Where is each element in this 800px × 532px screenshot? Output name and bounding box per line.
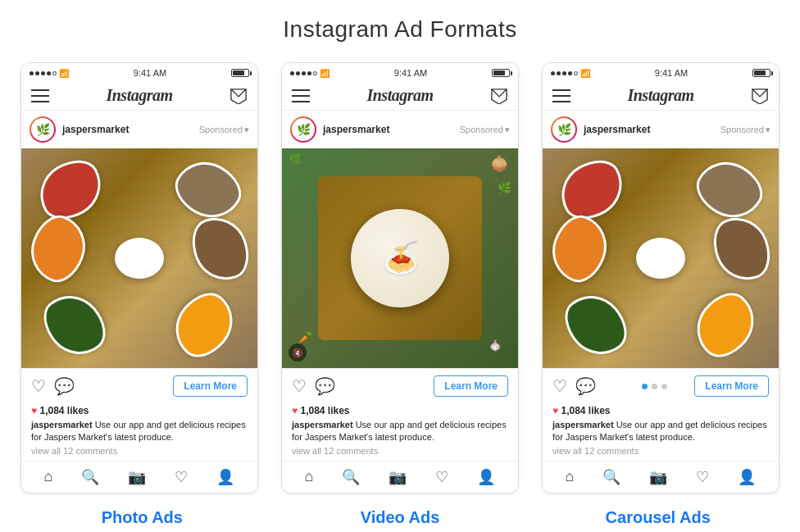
status-time-photo: 9:41 AM	[69, 68, 231, 78]
post-caption-carousel: jaspersmarket Use our app and get delici…	[552, 419, 769, 444]
sound-icon[interactable]: 🔇	[289, 343, 307, 361]
carrot-deco: 🥕	[298, 330, 312, 343]
phone-carousel-ads: 📶 9:41 AM Instagram	[542, 62, 780, 493]
status-left-video: 📶	[290, 69, 330, 78]
phone-photo-ads: 📶 9:41 AM Instagram	[20, 62, 258, 493]
camera-nav-video[interactable]: 📷	[389, 468, 407, 486]
comment-icon-carousel[interactable]: 💬	[575, 376, 596, 396]
home-nav-carousel[interactable]: ⌂	[566, 468, 575, 485]
menu-icon-video[interactable]	[292, 89, 310, 103]
search-nav-icon[interactable]: 🔍	[81, 468, 99, 486]
dot5c	[574, 71, 578, 75]
camera-nav-icon[interactable]: 📷	[128, 468, 146, 486]
dot2v	[296, 71, 300, 75]
like-icon-photo[interactable]: ♡	[31, 376, 46, 396]
carousel-dot-2[interactable]	[652, 384, 657, 389]
heart-icon-photo: ♥	[31, 405, 37, 416]
view-comments-carousel: view all 12 comments	[552, 446, 769, 456]
herb-top-left: 🌿	[289, 152, 302, 165]
bottom-nav-video: ⌂ 🔍 📷 ♡ 👤	[282, 461, 518, 493]
post-username-carousel: jaspersmarket	[584, 124, 714, 135]
sponsored-label-video: Sponsored ▾	[460, 125, 510, 135]
post-image-carousel	[543, 148, 779, 368]
inbox-icon-video[interactable]	[490, 88, 508, 104]
center-bowl-carousel	[636, 238, 685, 279]
battery-fill	[233, 70, 244, 75]
battery-icon-carousel	[752, 69, 770, 77]
post-info-carousel: ♥ 1,084 likes jaspersmarket Use our app …	[543, 403, 779, 461]
caption-username-carousel: jaspersmarket	[552, 420, 614, 430]
battery-fill-video	[493, 70, 505, 75]
sponsored-label-photo: Sponsored ▾	[199, 125, 249, 135]
phones-container: 📶 9:41 AM Instagram	[20, 62, 780, 493]
post-actions-photo: ♡ 💬 Learn More	[21, 368, 257, 403]
learn-more-button-carousel[interactable]: Learn More	[694, 375, 769, 397]
search-nav-carousel[interactable]: 🔍	[602, 468, 620, 486]
svg-rect-7	[552, 95, 570, 97]
dot5	[52, 71, 57, 75]
post-image-video: 🌿 🧅 🌿 🍝 🥕 🧄 🔇	[282, 148, 518, 368]
dot1	[30, 71, 34, 75]
wood-bg-carousel	[543, 148, 779, 368]
avatar-photo: 🌿	[30, 116, 56, 143]
menu-icon-carousel[interactable]	[552, 89, 570, 103]
post-actions-video: ♡ 💬 Learn More	[282, 368, 518, 403]
instagram-logo-photo: Instagram	[106, 86, 172, 105]
carousel-dot-3[interactable]	[661, 384, 667, 389]
instagram-logo-video: Instagram	[366, 86, 433, 105]
carousel-dot-1[interactable]	[642, 384, 648, 389]
heart-nav-icon[interactable]: ♡	[175, 468, 188, 486]
post-username-video: jaspersmarket	[323, 124, 453, 135]
pasta-plate: 🍝	[351, 209, 449, 307]
phone-video-ads: 📶 9:41 AM Instagram	[281, 62, 519, 493]
likes-row-carousel: ♥ 1,084 likes	[552, 405, 769, 416]
view-comments-video: view all 12 comments	[292, 446, 508, 456]
heart-nav-video[interactable]: ♡	[435, 468, 448, 486]
comment-icon-photo[interactable]: 💬	[54, 376, 75, 396]
status-right-carousel	[752, 69, 770, 77]
inbox-icon-carousel[interactable]	[751, 88, 769, 104]
dot3c	[562, 71, 566, 75]
post-image-photo	[21, 148, 257, 368]
heart-icon-video: ♥	[292, 405, 298, 416]
wifi-icon-carousel: 📶	[580, 69, 590, 78]
post-info-photo: ♥ 1,084 likes jaspersmarket Use our app …	[21, 403, 257, 461]
svg-rect-4	[292, 95, 310, 97]
post-actions-carousel: ♡ 💬 Learn More	[543, 368, 779, 403]
like-icon-carousel[interactable]: ♡	[552, 376, 567, 396]
svg-rect-6	[552, 89, 570, 91]
profile-nav-carousel[interactable]: 👤	[738, 468, 756, 486]
sponsored-label-carousel: Sponsored ▾	[720, 125, 770, 135]
signal-dots-carousel	[551, 71, 578, 75]
profile-nav-video[interactable]: 👤	[477, 468, 495, 486]
profile-nav-icon[interactable]: 👤	[216, 468, 234, 486]
post-header-carousel: 🌿 jaspersmarket Sponsored ▾	[543, 111, 779, 148]
battery-icon	[231, 69, 249, 77]
carousel-ads-label: Carousel Ads	[540, 508, 775, 527]
post-header-video: 🌿 jaspersmarket Sponsored ▾	[282, 111, 518, 148]
svg-rect-2	[31, 101, 49, 102]
dot4	[47, 71, 51, 75]
ig-header-video: Instagram	[282, 81, 518, 111]
menu-icon[interactable]	[31, 89, 49, 103]
dot5v	[313, 71, 317, 75]
post-header-photo: 🌿 jaspersmarket Sponsored ▾	[21, 111, 257, 148]
home-nav-icon[interactable]: ⌂	[44, 468, 53, 485]
svg-rect-5	[292, 101, 310, 102]
like-icon-video[interactable]: ♡	[292, 376, 307, 396]
battery-fill-carousel	[754, 70, 766, 75]
signal-dots	[30, 71, 57, 75]
heart-nav-carousel[interactable]: ♡	[696, 468, 709, 486]
ad-labels-row: Photo Ads Video Ads Carousel Ads	[25, 508, 775, 527]
comment-icon-video[interactable]: 💬	[315, 376, 335, 396]
action-icons-carousel: ♡ 💬	[552, 376, 616, 396]
search-nav-video[interactable]: 🔍	[342, 468, 360, 486]
camera-nav-carousel[interactable]: 📷	[649, 468, 667, 486]
learn-more-button-photo[interactable]: Learn More	[173, 375, 248, 397]
home-nav-video[interactable]: ⌂	[305, 468, 314, 485]
inbox-icon[interactable]	[230, 88, 248, 104]
bottom-nav-carousel: ⌂ 🔍 📷 ♡ 👤	[543, 461, 779, 493]
learn-more-button-video[interactable]: Learn More	[434, 375, 508, 397]
action-icons-photo: ♡ 💬	[31, 376, 165, 396]
bottom-nav-photo: ⌂ 🔍 📷 ♡ 👤	[21, 461, 257, 493]
